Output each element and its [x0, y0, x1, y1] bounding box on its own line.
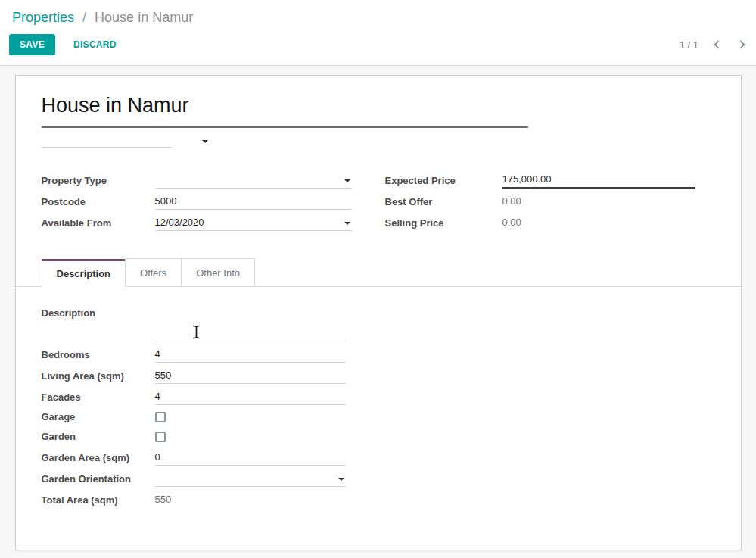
- field-row-garden-area: Garden Area (sqm) 0: [42, 444, 346, 466]
- field-row-property-type: Property Type: [42, 167, 352, 189]
- caret-down-icon: [202, 140, 208, 143]
- field-label: Total Area (sqm): [42, 494, 155, 508]
- available-from-date-input[interactable]: 12/03/2020: [155, 217, 352, 231]
- description-input[interactable]: [155, 327, 346, 341]
- caret-down-icon: [344, 179, 350, 182]
- field-row-living-area: Living Area (sqm) 550: [42, 363, 346, 384]
- field-label: Garage: [42, 411, 155, 425]
- garden-orientation-select[interactable]: [155, 472, 346, 487]
- control-panel: SAVE DISCARD 1 / 1: [0, 33, 756, 66]
- field-row-garden-orientation: Garden Orientation: [42, 466, 346, 487]
- pager-value: 1 / 1: [680, 39, 698, 51]
- expected-price-input[interactable]: 175,000.00: [502, 173, 695, 189]
- field-label: Garden Orientation: [42, 473, 155, 487]
- tab-other-info[interactable]: Other Info: [181, 258, 255, 286]
- tab-description[interactable]: Description: [42, 259, 126, 287]
- field-row-available-from: Available From 12/03/2020: [42, 210, 352, 231]
- left-field-column: Property Type Postcode 5000 Available Fr…: [42, 167, 352, 231]
- pager: 1 / 1: [680, 39, 744, 51]
- field-row-postcode: Postcode 5000: [42, 189, 352, 210]
- field-row-garden: Garden: [42, 425, 346, 444]
- garage-checkbox[interactable]: [155, 412, 166, 422]
- breadcrumb-current: House in Namur: [95, 10, 193, 25]
- caret-down-icon: [344, 222, 350, 225]
- sheet-header: House in Namur: [16, 76, 741, 148]
- chevron-left-icon[interactable]: [714, 40, 722, 48]
- postcode-input[interactable]: 5000: [155, 195, 352, 210]
- field-label: Garden: [42, 431, 155, 444]
- field-label: Living Area (sqm): [42, 370, 155, 384]
- field-label: Postcode: [42, 196, 155, 210]
- facades-input[interactable]: 4: [155, 391, 346, 405]
- field-row-total-area: Total Area (sqm) 550: [42, 487, 346, 508]
- field-row-facades: Facades 4: [42, 384, 346, 405]
- tags-select-field[interactable]: [42, 134, 172, 148]
- property-type-select[interactable]: [155, 174, 352, 189]
- description-tab-content: Description Bedro: [16, 287, 741, 538]
- breadcrumb-separator: /: [82, 10, 86, 25]
- discard-button[interactable]: DISCARD: [67, 34, 123, 55]
- field-label: Best Offer: [385, 196, 502, 210]
- main-fields-group: Property Type Postcode 5000 Available Fr…: [16, 148, 741, 231]
- bedrooms-input[interactable]: 4: [155, 348, 346, 363]
- breadcrumb: Properties / House in Namur: [0, 0, 756, 33]
- notebook: Description Offers Other Info Descriptio…: [16, 258, 741, 538]
- field-label: Facades: [42, 391, 155, 405]
- field-label: Property Type: [42, 175, 155, 189]
- form-buttons: SAVE DISCARD: [9, 34, 123, 55]
- chevron-right-icon[interactable]: [736, 40, 745, 48]
- field-row-bedrooms: Bedrooms 4: [42, 341, 346, 363]
- field-label: Bedrooms: [42, 349, 155, 363]
- field-row-selling-price: Selling Price 0.00: [385, 210, 695, 231]
- field-label: Selling Price: [385, 217, 502, 231]
- save-button[interactable]: SAVE: [9, 34, 55, 55]
- garden-area-input[interactable]: 0: [155, 451, 346, 466]
- form-view-background: House in Namur Property Type Postcode 50…: [0, 66, 756, 558]
- form-sheet: House in Namur Property Type Postcode 50…: [15, 75, 742, 550]
- field-label: Expected Price: [385, 175, 502, 189]
- field-label: Available From: [42, 217, 155, 231]
- ibeam-cursor-icon: [191, 324, 201, 340]
- breadcrumb-link-properties[interactable]: Properties: [12, 10, 74, 25]
- tab-offers[interactable]: Offers: [125, 258, 182, 286]
- caret-down-icon: [338, 478, 344, 481]
- best-offer-value: 0.00: [502, 195, 695, 210]
- field-row-best-offer: Best Offer 0.00: [385, 189, 695, 210]
- field-row-garage: Garage: [42, 405, 346, 425]
- garden-checkbox[interactable]: [155, 432, 166, 442]
- field-label: Garden Area (sqm): [42, 452, 155, 466]
- field-row-description: Description: [42, 307, 346, 341]
- living-area-input[interactable]: 550: [155, 369, 346, 384]
- right-field-column: Expected Price 175,000.00 Best Offer 0.0…: [385, 167, 695, 231]
- field-row-expected-price: Expected Price 175,000.00: [385, 167, 695, 189]
- selling-price-value: 0.00: [502, 217, 695, 231]
- field-value: 12/03/2020: [155, 217, 204, 228]
- total-area-value: 550: [155, 494, 346, 508]
- tab-strip: Description Offers Other Info: [16, 258, 741, 287]
- field-label: Description: [42, 307, 155, 321]
- property-name-input[interactable]: House in Namur: [42, 94, 528, 128]
